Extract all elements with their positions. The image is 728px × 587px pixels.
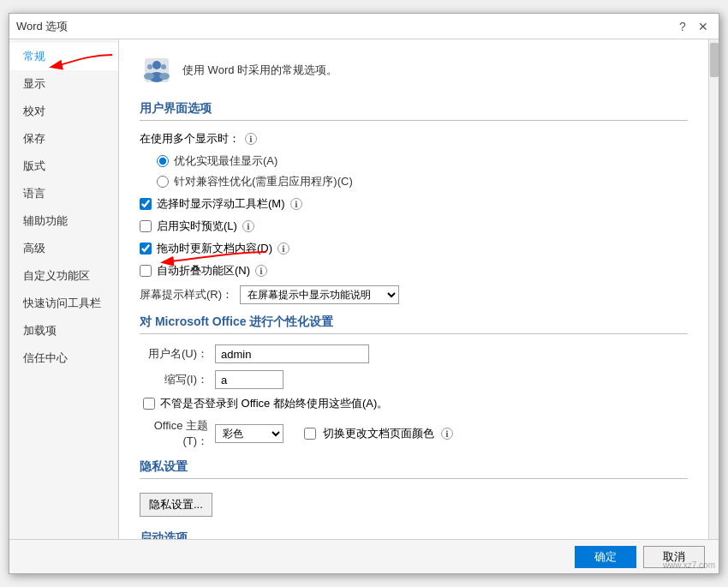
radio-best-display[interactable] (157, 155, 169, 167)
startup-title: 启动选项 (140, 530, 688, 539)
radio-compatibility-label[interactable]: 针对兼容性优化(需重启应用程序)(C) (174, 174, 353, 189)
username-input[interactable] (215, 344, 369, 363)
multi-display-label: 在使用多个显示时： (140, 131, 240, 147)
personalize-title: 对 Microsoft Office 进行个性化设置 (140, 314, 688, 334)
close-button[interactable]: ✕ (695, 18, 712, 35)
cb-always-use-label[interactable]: 不管是否登录到 Office 都始终使用这些值(A)。 (160, 396, 388, 411)
radio-best-display-label[interactable]: 优化实现最佳显示(A) (174, 153, 277, 169)
radio-group: 优化实现最佳显示(A) 针对兼容性优化(需重启应用程序)(C) (157, 153, 688, 189)
cb-collapse-ribbon[interactable] (140, 265, 152, 277)
sidebar-item-proofing[interactable]: 校对 (9, 98, 118, 125)
realtime-preview-info-icon: ℹ (242, 220, 254, 232)
privacy-title: 隐私设置 (140, 459, 688, 479)
realtime-preview-row: 启用实时预览(L) ℹ (140, 219, 688, 234)
sidebar-item-advanced[interactable]: 高级 (9, 235, 118, 262)
sidebar-item-general[interactable]: 常规 (9, 43, 118, 70)
privacy-settings-button[interactable]: 隐私设置... (140, 493, 212, 517)
sidebar: 常规 显示 校对 保存 版式 语言 辅助功能 高级 (9, 39, 119, 539)
main-panel: 使用 Word 时采用的常规选项。 用户界面选项 在使用多个显示时： ℹ 优化实… (119, 39, 708, 539)
svg-point-1 (152, 61, 161, 69)
screen-tip-select[interactable]: 在屏幕提示中显示功能说明 不在屏幕提示中显示功能说明 不显示屏幕提示 (240, 285, 399, 304)
username-label: 用户名(U)： (140, 346, 208, 362)
sidebar-item-addins[interactable]: 加载项 (9, 317, 118, 344)
cb-change-page-color-label[interactable]: 切换更改文档页面颜色 (323, 426, 434, 441)
sidebar-item-layout[interactable]: 版式 (9, 153, 118, 180)
sidebar-item-customize-ribbon[interactable]: 自定义功能区 (9, 262, 118, 290)
watermark: www.xz7.com (663, 560, 715, 570)
sidebar-item-accessibility[interactable]: 辅助功能 (9, 207, 118, 235)
radio-compatibility[interactable] (157, 176, 169, 188)
multi-display-info-icon: ℹ (245, 133, 257, 145)
section-header: 使用 Word 时采用的常规选项。 (140, 53, 688, 87)
cb-realtime-preview[interactable] (140, 220, 152, 232)
svg-point-4 (144, 73, 154, 80)
scrollbar-thumb[interactable] (710, 43, 719, 77)
page-color-info-icon: ℹ (441, 428, 453, 440)
ui-options-title: 用户界面选项 (140, 101, 688, 121)
screen-tip-row: 屏幕提示样式(R)： 在屏幕提示中显示功能说明 不在屏幕提示中显示功能说明 不显… (140, 285, 688, 304)
theme-select[interactable]: 彩色 深灰色 黑色 白色 (215, 424, 283, 443)
cb-realtime-preview-label[interactable]: 启用实时预览(L) (157, 219, 237, 234)
update-content-info-icon: ℹ (277, 243, 289, 255)
cb-change-page-color[interactable] (304, 428, 316, 440)
username-row: 用户名(U)： (140, 344, 688, 363)
sidebar-item-save[interactable]: 保存 (9, 125, 118, 153)
theme-row: Office 主题(T)： 彩色 深灰色 黑色 白色 切换更改文档页面颜色 ℹ (140, 418, 688, 449)
svg-point-6 (159, 73, 170, 80)
cb-always-use[interactable] (143, 398, 155, 410)
theme-label: Office 主题(T)： (140, 418, 208, 449)
radio-option-1: 优化实现最佳显示(A) (157, 153, 688, 169)
collapse-ribbon-info-icon: ℹ (255, 265, 267, 277)
dialog-footer: 确定 取消 (9, 539, 719, 573)
cb-update-content-label[interactable]: 拖动时更新文档内容(D) (157, 241, 272, 256)
cb-float-toolbar-label[interactable]: 选择时显示浮动工具栏(M) (157, 196, 285, 212)
ok-button[interactable]: 确定 (575, 546, 636, 568)
general-icon (140, 53, 174, 87)
sidebar-item-display[interactable]: 显示 (9, 70, 118, 98)
sidebar-item-quick-access[interactable]: 快速访问工具栏 (9, 290, 118, 317)
section-description: 使用 Word 时采用的常规选项。 (182, 63, 337, 78)
update-content-row: 拖动时更新文档内容(D) ℹ (140, 241, 688, 256)
title-bar-controls: ? ✕ (674, 18, 712, 35)
initials-row: 缩写(I)： (140, 370, 688, 389)
svg-point-3 (147, 64, 152, 69)
title-bar: Word 选项 ? ✕ (9, 14, 719, 39)
collapse-ribbon-row: 自动折叠功能区(N) ℹ (140, 263, 688, 279)
initials-label: 缩写(I)： (140, 372, 208, 387)
initials-input[interactable] (215, 370, 283, 389)
help-button[interactable]: ? (674, 18, 691, 35)
float-toolbar-info-icon: ℹ (290, 198, 302, 210)
cb-float-toolbar[interactable] (140, 198, 152, 210)
scrollbar-track[interactable] (708, 39, 719, 539)
cb-collapse-ribbon-label[interactable]: 自动折叠功能区(N) (157, 263, 250, 279)
sidebar-item-language[interactable]: 语言 (9, 180, 118, 207)
always-use-row: 不管是否登录到 Office 都始终使用这些值(A)。 (143, 396, 688, 411)
sidebar-item-trust-center[interactable]: 信任中心 (9, 344, 118, 372)
screen-tip-label: 屏幕提示样式(R)： (140, 287, 233, 302)
word-options-dialog: Word 选项 ? ✕ 常规 显示 校对 保存 版式 语言 (9, 13, 719, 574)
dialog-title: Word 选项 (16, 19, 68, 34)
multi-display-row: 在使用多个显示时： ℹ (140, 131, 688, 147)
radio-option-2: 针对兼容性优化(需重启应用程序)(C) (157, 174, 688, 189)
float-toolbar-row: 选择时显示浮动工具栏(M) ℹ (140, 196, 688, 212)
svg-point-5 (161, 64, 166, 69)
content-area: 常规 显示 校对 保存 版式 语言 辅助功能 高级 (9, 39, 719, 539)
cb-update-content[interactable] (140, 243, 152, 255)
